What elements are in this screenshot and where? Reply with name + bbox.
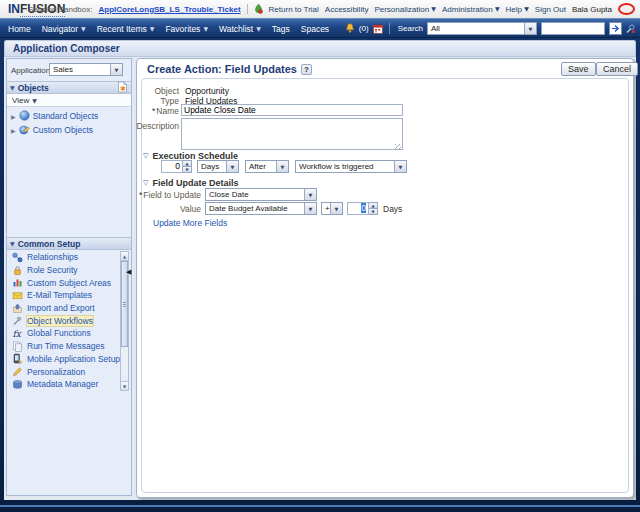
pages-icon: [12, 341, 23, 352]
chevron-down-icon: ▼: [304, 189, 316, 200]
section-collapse-icon[interactable]: ▽: [143, 152, 148, 160]
mobile-device-icon: [12, 353, 23, 364]
caret-down-icon: ▼: [256, 25, 261, 32]
calendar-icon[interactable]: [373, 20, 383, 38]
panel-collapse-arrow-icon[interactable]: ◀: [126, 268, 131, 276]
search-go-button[interactable]: [609, 22, 622, 35]
session-sandbox-label: Session Sandbox:: [28, 5, 93, 14]
operator-select[interactable]: +▼: [321, 202, 343, 215]
nav-favorites[interactable]: Favorites▼: [165, 24, 208, 34]
sidebar-item-global-functions[interactable]: fx Global Functions: [7, 327, 119, 340]
field-to-update-select[interactable]: Close Date▼: [205, 188, 317, 201]
divider: [389, 23, 390, 34]
application-select[interactable]: Sales▼: [49, 63, 123, 76]
notifications-bell-icon[interactable]: [345, 20, 355, 38]
cancel-button[interactable]: Cancel: [596, 62, 638, 76]
sidebar-item-mobile-application-setup[interactable]: Mobile Application Setup: [7, 353, 119, 366]
administration-menu[interactable]: Administration ▼: [442, 5, 500, 14]
section-collapse-icon[interactable]: ▽: [143, 179, 148, 187]
tree-item-custom-objects[interactable]: ▶ Custom Objects: [7, 123, 131, 137]
search-label: Search: [398, 24, 423, 33]
accessibility-link[interactable]: Accessibility: [325, 5, 369, 14]
return-to-trial-link[interactable]: Return to Trial: [269, 5, 319, 14]
name-input[interactable]: [181, 104, 403, 116]
chevron-down-icon: ▼: [394, 161, 406, 172]
chevron-down-icon: ▼: [524, 23, 536, 34]
interval-spinner[interactable]: 0▲▼: [161, 160, 192, 173]
oracle-logo-icon: [618, 3, 635, 15]
search-input[interactable]: [541, 22, 605, 35]
collapse-icon[interactable]: ▼: [10, 84, 15, 91]
description-textarea[interactable]: [181, 118, 403, 150]
caret-down-icon: ▼: [32, 97, 37, 104]
sidebar-item-relationships[interactable]: Relationships: [7, 251, 119, 264]
amount-spinner[interactable]: 0▲▼: [347, 202, 378, 215]
personalization-menu[interactable]: Personalization ▼: [374, 5, 436, 14]
chevron-down-icon: ▼: [226, 161, 238, 172]
sidebar-item-metadata-manager[interactable]: Metadata Manager: [7, 378, 119, 391]
update-more-fields-link[interactable]: Update More Fields: [153, 218, 227, 228]
common-setup-panel-title: Common Setup: [18, 239, 128, 249]
nav-navigator[interactable]: Navigator▼: [42, 24, 86, 34]
field-to-update-label: *Field to Update: [137, 190, 201, 200]
objects-panel-header[interactable]: ▼ Objects ✱: [7, 81, 131, 94]
nav-spaces[interactable]: Spaces: [301, 24, 329, 34]
objects-view-menu[interactable]: View▼: [7, 94, 131, 107]
expand-arrow-icon[interactable]: ▶: [11, 113, 16, 120]
caret-down-icon: ▼: [431, 5, 436, 12]
spin-up-icon[interactable]: ▲: [369, 202, 378, 209]
collapse-icon[interactable]: ▼: [10, 240, 15, 247]
sidebar-item-email-templates[interactable]: E-Mail Templates: [7, 289, 119, 302]
save-button[interactable]: Save: [561, 62, 596, 76]
name-label: *Name: [131, 106, 179, 116]
help-menu[interactable]: Help ▼: [506, 5, 529, 14]
nav-recent-items[interactable]: Recent Items▼: [97, 24, 155, 34]
nav-home[interactable]: Home: [8, 24, 31, 34]
sidebar-item-import-and-export[interactable]: Import and Export: [7, 302, 119, 315]
sandbox-icon: [254, 3, 263, 16]
page-title: Application Composer: [4, 40, 636, 57]
help-icon[interactable]: ?: [301, 64, 312, 75]
required-marker: *: [152, 106, 155, 116]
sidebar-item-custom-subject-areas[interactable]: Custom Subject Areas: [7, 276, 119, 289]
spin-up-icon[interactable]: ▲: [183, 160, 192, 167]
trigger-event-select[interactable]: Workflow is triggered▼: [295, 160, 407, 173]
sidebar-item-personalization[interactable]: Personalization: [7, 365, 119, 378]
before-after-select[interactable]: After▼: [245, 160, 289, 173]
sidebar-item-run-time-messages[interactable]: Run Time Messages: [7, 340, 119, 353]
spin-down-icon[interactable]: ▼: [183, 167, 192, 173]
interval-unit-select[interactable]: Days▼: [197, 160, 239, 173]
field-update-details-section-header[interactable]: ▽ Field Update Details: [143, 178, 238, 188]
scroll-down-arrow[interactable]: ▼: [121, 381, 128, 390]
nav-watchlist[interactable]: Watchlist▼: [219, 24, 261, 34]
caret-down-icon: ▼: [150, 25, 155, 32]
session-sandbox-link[interactable]: ApplCoreLongSB_LS_Trouble_Ticket: [98, 5, 240, 14]
value-label: Value: [137, 204, 201, 214]
object-label: Object: [141, 86, 179, 96]
window-bottom-edge: [0, 505, 640, 507]
caret-down-icon: ▼: [81, 25, 86, 32]
svg-text:fx: fx: [13, 329, 22, 339]
common-setup-panel-header[interactable]: ▼ Common Setup: [7, 237, 131, 250]
sidebar-item-object-workflows[interactable]: Object Workflows: [7, 314, 119, 327]
function-fx-icon: fx: [12, 328, 23, 339]
chevron-down-icon: ▼: [276, 161, 288, 172]
chevron-down-icon: ▼: [110, 64, 122, 75]
value-source-select[interactable]: Date Budget Available▼: [205, 202, 317, 215]
scroll-up-arrow[interactable]: ▲: [121, 252, 128, 261]
advanced-search-icon[interactable]: [626, 20, 635, 38]
resize-grip-icon[interactable]: [395, 144, 401, 150]
envelope-icon: [12, 290, 23, 301]
expand-arrow-icon[interactable]: ▶: [11, 127, 16, 134]
spin-down-icon[interactable]: ▼: [369, 209, 378, 215]
object-value: Opportunity: [185, 86, 229, 96]
required-marker: *: [139, 190, 142, 200]
nav-tags[interactable]: Tags: [272, 24, 290, 34]
sidebar-item-role-security[interactable]: Role Security: [7, 264, 119, 277]
sign-out-link[interactable]: Sign Out: [535, 5, 566, 14]
global-header: INFUSION Session Sandbox: ApplCoreLongSB…: [0, 0, 640, 19]
search-scope-select[interactable]: All▼: [427, 22, 537, 35]
application-window: INFUSION Session Sandbox: ApplCoreLongSB…: [0, 0, 640, 512]
current-user-name: Bala Gupta: [572, 5, 612, 14]
content-title: Create Action: Field Updates ?: [147, 63, 312, 75]
